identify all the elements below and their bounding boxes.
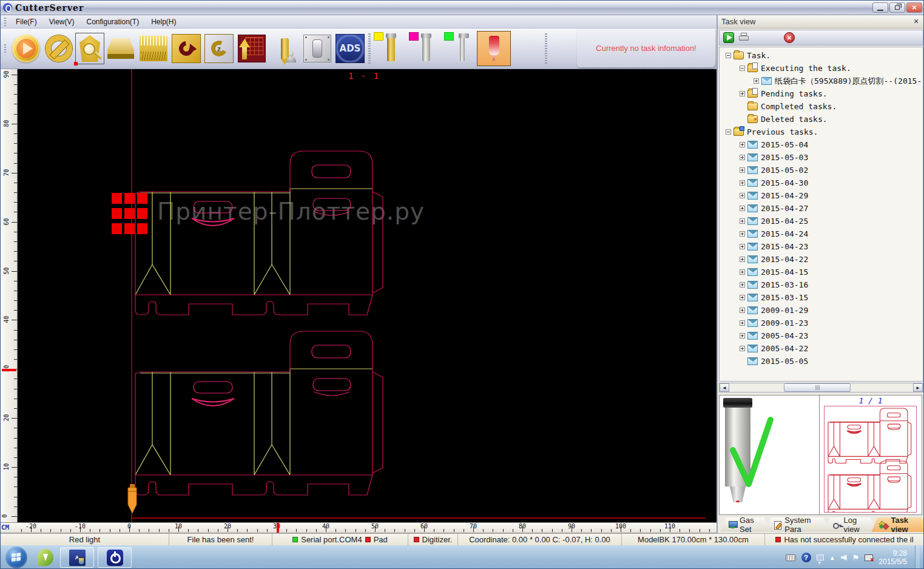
cylinder-tool-slot[interactable] [408,31,442,66]
tree-item[interactable]: Previous tasks. [720,126,923,138]
help-tray-icon[interactable]: ? [801,553,811,562]
tree-item[interactable]: Executing the task. [720,62,923,75]
tab-log-view[interactable]: Log view [825,517,877,532]
pen-operator-icon[interactable] [268,31,301,66]
network-disconnected-icon[interactable] [865,554,873,561]
rotate-z-icon[interactable]: z [203,31,235,66]
expander-plus-icon[interactable] [740,333,745,338]
run-icon[interactable] [723,32,734,43]
close-button[interactable]: ✕ [906,2,922,13]
tree-item[interactable]: 2015-04-15 [720,266,923,278]
panel-close-icon[interactable]: ✕ [911,17,921,26]
tree-item[interactable]: 2015-03-16 [720,278,923,291]
tab-gas-set[interactable]: Gas Set [720,517,770,532]
tab-system-para[interactable]: System Para [765,517,829,532]
ruler-label: -20 [25,523,36,530]
scroll-right-icon[interactable]: ► [913,383,923,392]
tree-item[interactable]: 2015-04-23 [720,240,923,253]
expander-plus-icon[interactable] [740,320,745,326]
volume-tray-icon[interactable] [841,554,847,561]
start-button[interactable] [5,547,27,568]
expander-plus-icon[interactable] [740,206,745,211]
scroll-thumb[interactable] [784,383,851,392]
tree-item[interactable]: 2009-01-23 [720,317,923,329]
expander-plus-icon[interactable] [740,218,745,224]
window-tray-icon[interactable] [817,554,824,561]
expander-plus-icon[interactable] [740,346,745,351]
show-hidden-icons-chevron[interactable]: ▲ [829,554,835,561]
prohibit-icon[interactable] [42,31,75,66]
expander-plus-icon[interactable] [740,282,745,288]
move-up-icon[interactable] [754,32,764,43]
tree-item[interactable]: 2015-04-29 [720,189,923,202]
taskbar-ads-button[interactable]: A [60,547,94,568]
tree-scrollbar[interactable]: ◄ ► [719,383,923,392]
ruler-label: 70 [3,169,10,176]
menu-view[interactable]: View(V) [43,16,81,27]
zoom-icon[interactable] [75,33,104,64]
tree-item[interactable]: 2015-04-25 [720,215,923,227]
expander-plus-icon[interactable] [740,142,745,147]
expander-plus-icon[interactable] [740,193,745,198]
expander-plus-icon[interactable] [740,180,745,186]
expander-minus-icon[interactable] [740,66,745,71]
taskbar-cutterserver-button[interactable] [98,547,132,568]
tree-item[interactable]: 2015-05-02 [720,164,923,177]
platform-icon[interactable] [104,31,137,66]
expander-plus-icon[interactable] [740,91,745,96]
active-tool-button[interactable] [477,31,511,66]
comb-icon[interactable] [137,31,170,66]
tree-item[interactable]: 纸袋白卡（595X889)原点切割--(2015- [720,75,923,87]
expander-plus-icon[interactable] [740,308,745,313]
expander-plus-icon[interactable] [740,257,745,262]
tree-item[interactable]: 2015-04-22 [720,253,923,266]
tree-item[interactable]: 2005-04-22 [720,342,923,355]
menu-configuration[interactable]: Configuration(T) [80,16,145,27]
keyboard-tray-icon[interactable] [786,554,796,561]
move-down-icon[interactable] [769,32,780,43]
action-center-flag-icon[interactable]: ⚑ [852,553,860,562]
tree-item[interactable]: Pending tasks. [720,87,923,100]
tree-item[interactable]: 2015-04-24 [720,227,923,240]
expander-plus-icon[interactable] [740,244,745,249]
tree-item[interactable]: 2015-04-27 [720,202,923,215]
tree-item[interactable]: 2015-05-04 [720,138,923,151]
expander-minus-icon[interactable] [726,129,731,135]
tree-item[interactable]: 2015-05-05 [720,355,923,368]
minimize-button[interactable] [872,2,888,13]
scroll-left-icon[interactable]: ◄ [720,383,729,392]
grid-move-icon[interactable] [235,31,268,66]
taskbar-clock[interactable]: 9:28 2015/5/5 [878,549,909,566]
tab-task-view[interactable]: Task view [871,517,924,532]
tree-item[interactable]: 2015-04-30 [720,177,923,189]
rotate-tool-icon[interactable] [170,31,203,66]
expander-minus-icon[interactable] [726,53,731,58]
switch-icon[interactable] [301,31,334,66]
play-icon[interactable] [10,31,42,66]
tree-item[interactable]: 2005-04-23 [720,329,923,342]
tree-item[interactable]: Completed tasks. [720,100,923,113]
expander-plus-icon[interactable] [740,167,745,173]
tree-item[interactable]: 2015-05-03 [720,151,923,164]
plot-canvas[interactable]: Принтер-Плоттер.ру [18,69,717,522]
tree-item[interactable]: 2009-01-29 [720,304,923,317]
pen-tool-slot[interactable] [373,31,406,66]
cancel-icon[interactable]: ✕ [784,32,795,43]
menu-file[interactable]: File(F) [10,16,43,27]
expander-plus-icon[interactable] [740,231,745,237]
tree-item[interactable]: Deleted tasks. [720,113,923,126]
show-desktop-button[interactable] [915,545,920,569]
expander-plus-icon[interactable] [740,269,745,275]
expander-plus-icon[interactable] [754,78,759,84]
tree-item[interactable]: Task. [720,49,923,62]
envelope-icon [747,268,758,276]
tree-item[interactable]: 2015-03-15 [720,291,923,304]
expander-plus-icon[interactable] [740,155,745,160]
ads-icon[interactable]: ADS [334,31,366,66]
print-icon[interactable] [738,32,749,43]
menu-help[interactable]: Help(H) [145,16,182,27]
expander-plus-icon[interactable] [740,295,745,300]
restore-button[interactable] [889,2,905,13]
taskbar-coreldraw-button[interactable] [33,547,58,568]
thin-tool-slot[interactable] [443,31,477,66]
